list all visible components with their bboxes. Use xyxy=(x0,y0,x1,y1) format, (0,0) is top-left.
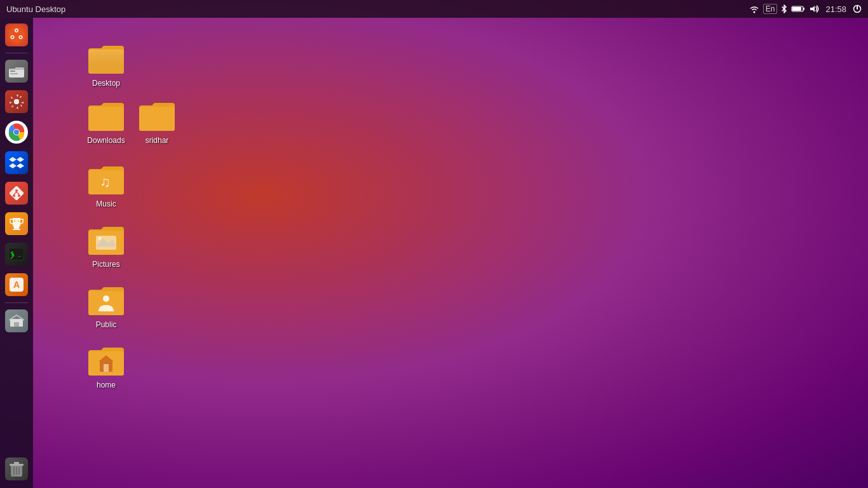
svg-rect-52 xyxy=(88,107,124,131)
svg-point-26 xyxy=(15,189,18,192)
public-folder-label: Public xyxy=(94,320,119,330)
sridhar-folder-label: sridhar xyxy=(144,135,171,146)
launcher-item-chrome[interactable] xyxy=(3,118,31,146)
launcher-item-files[interactable] xyxy=(3,57,31,85)
sridhar-folder-icon[interactable]: sridhar xyxy=(132,100,182,146)
desktop-icons-area: Desktop Downloads sridhar ♫ xyxy=(33,18,868,488)
svg-point-10 xyxy=(16,30,18,32)
svg-point-20 xyxy=(14,130,19,135)
svg-point-34 xyxy=(18,220,19,222)
topbar-title: Ubuntu Desktop xyxy=(0,4,749,14)
launcher-item-settings[interactable] xyxy=(3,88,31,116)
home-svg xyxy=(87,345,125,378)
svg-rect-2 xyxy=(792,7,801,11)
svg-rect-46 xyxy=(14,462,19,464)
svg-point-33 xyxy=(14,220,15,222)
downloads-folder-icon[interactable]: Downloads xyxy=(81,100,132,146)
systray: En 21:58 xyxy=(749,4,868,14)
lang-indicator[interactable]: En xyxy=(763,4,778,14)
svg-rect-14 xyxy=(10,71,15,72)
svg-rect-51 xyxy=(88,50,124,74)
music-folder-icon[interactable]: ♫ Music xyxy=(81,164,132,209)
launcher: $ _ A xyxy=(0,18,33,488)
launcher-item-appcenter[interactable]: A xyxy=(3,271,31,299)
launcher-item-trash[interactable] xyxy=(3,455,31,483)
launcher-item-trophy[interactable] xyxy=(3,210,31,238)
svg-point-28 xyxy=(18,194,20,197)
launcher-item-home[interactable] xyxy=(3,307,31,335)
svg-marker-22 xyxy=(17,157,24,162)
svg-text:♫: ♫ xyxy=(100,174,111,190)
power-icon[interactable] xyxy=(853,4,862,13)
pictures-svg xyxy=(87,224,125,257)
svg-marker-21 xyxy=(9,157,17,162)
svg-rect-3 xyxy=(803,8,804,10)
svg-rect-45 xyxy=(10,464,24,466)
svg-rect-43 xyxy=(14,322,19,327)
wifi-icon[interactable] xyxy=(749,4,759,13)
launcher-item-git[interactable] xyxy=(3,179,31,207)
public-svg xyxy=(87,285,125,318)
pictures-folder-label: Pictures xyxy=(90,259,121,269)
launcher-item-ubuntu[interactable] xyxy=(3,21,31,49)
music-folder-label: Music xyxy=(94,199,118,209)
music-svg: ♫ xyxy=(87,164,125,197)
volume-icon[interactable] xyxy=(809,4,819,13)
svg-point-0 xyxy=(753,11,755,13)
launcher-item-terminal[interactable]: $ _ xyxy=(3,240,31,268)
svg-point-59 xyxy=(98,237,102,240)
svg-marker-23 xyxy=(9,163,17,168)
downloads-svg xyxy=(87,100,125,133)
downloads-folder-label: Downloads xyxy=(85,135,126,146)
desktop: Ubuntu Desktop En xyxy=(0,0,868,488)
svg-rect-65 xyxy=(104,364,109,372)
svg-point-27 xyxy=(13,194,15,197)
sridhar-svg xyxy=(138,100,176,133)
svg-rect-15 xyxy=(10,73,18,74)
svg-rect-53 xyxy=(139,107,175,131)
public-folder-icon[interactable]: Public xyxy=(81,285,132,330)
svg-rect-60 xyxy=(88,291,124,315)
pictures-folder-icon[interactable]: Pictures xyxy=(81,224,132,269)
desktop-folder-icon[interactable]: Desktop xyxy=(81,43,132,88)
svg-point-12 xyxy=(11,36,13,38)
home-folder-label: home xyxy=(95,380,118,390)
clock[interactable]: 21:58 xyxy=(825,4,846,14)
home-folder-icon[interactable]: home xyxy=(81,345,132,390)
launcher-divider-1 xyxy=(5,53,28,53)
battery-icon[interactable] xyxy=(791,5,805,13)
svg-point-61 xyxy=(103,295,109,302)
svg-point-11 xyxy=(20,36,22,38)
desktop-folder-label: Desktop xyxy=(90,78,122,88)
folder-svg xyxy=(87,43,125,76)
svg-text:A: A xyxy=(13,280,20,290)
topbar: Ubuntu Desktop En xyxy=(0,0,868,18)
launcher-item-dropbox[interactable] xyxy=(3,149,31,177)
svg-rect-32 xyxy=(13,229,20,230)
launcher-divider-2 xyxy=(5,302,28,303)
bluetooth-icon[interactable] xyxy=(781,4,787,13)
